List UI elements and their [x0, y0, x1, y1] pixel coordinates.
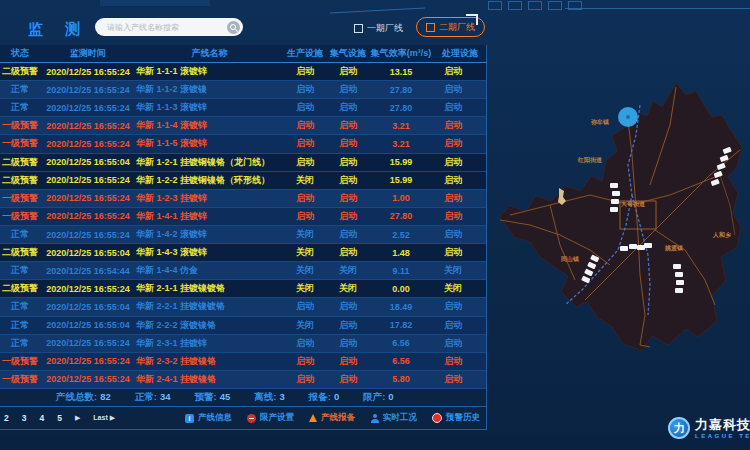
cell-prod: 启动 [283, 210, 327, 223]
cell-name: 华新 1-1-1 滚镀锌 [136, 65, 283, 78]
table-row[interactable]: 正常2020/12/25 16:55:24华新 1-1-3 滚镀锌启动启动27.… [0, 99, 486, 117]
bottom-strip [0, 433, 750, 450]
cell-name: 华新 1-2-1 挂镀铜镍铬（龙门线） [136, 156, 283, 169]
summary-label: 限产: [363, 391, 385, 402]
cell-name: 华新 1-2-2 挂镀铜镍铬（环形线） [136, 174, 283, 187]
cell-gas: 启动 [327, 101, 369, 114]
cell-gas: 启动 [327, 137, 369, 150]
action-label: 实时工况 [383, 412, 417, 424]
table-row[interactable]: 一级预警2020/12/25 16:55:24华新 2-3-2 挂镀镍铬启动启动… [0, 353, 486, 371]
table-row[interactable]: 一级预警2020/12/25 16:55:24华新 1-4-1 挂镀锌启动启动2… [0, 208, 486, 226]
last-page-button[interactable]: Last ▶ [93, 414, 115, 422]
cell-status: 一级预警 [0, 373, 40, 386]
cell-treat: 启动 [433, 210, 487, 223]
summary-label: 报备: [309, 391, 331, 402]
brand-logo: 力 力嘉科技 LEAGUE TE [668, 410, 750, 446]
cell-status: 二级预警 [0, 174, 40, 187]
action-person-button[interactable]: 实时工况 [370, 412, 417, 424]
cell-gas: 启动 [327, 373, 369, 386]
cell-prod: 启动 [283, 355, 327, 368]
search-input[interactable] [105, 22, 227, 33]
cell-treat: 启动 [433, 156, 487, 169]
cell-treat: 启动 [433, 101, 487, 114]
table-row[interactable]: 二级预警2020/12/25 16:55:04华新 1-2-1 挂镀铜镍铬（龙门… [0, 154, 486, 172]
cell-status: 正常 [0, 319, 40, 332]
logo-icon: 力 [668, 417, 690, 439]
page-title: 监 测 [28, 20, 89, 39]
action-triangle-button[interactable]: 产线报备 [309, 412, 355, 424]
table-row[interactable]: 一级预警2020/12/25 16:55:24华新 1-2-3 挂镀锌启动启动1… [0, 190, 486, 208]
page-button[interactable]: 5 [57, 413, 62, 423]
summary-item: 预警:45 [195, 391, 231, 404]
action-label: 限产设置 [260, 412, 294, 424]
cell-prod: 启动 [283, 373, 327, 386]
header: 监 测 一期厂线 二期厂线 [0, 14, 487, 44]
cell-treat: 启动 [433, 137, 487, 150]
action-alert-dot-button[interactable]: 预警历史 [432, 412, 480, 424]
summary-value: 34 [160, 391, 171, 402]
cell-name: 华新 2-2-1 挂镀镍镀铬 [136, 300, 283, 313]
next-page-icon[interactable]: ▶ [75, 414, 80, 422]
table-row[interactable]: 正常2020/12/25 16:55:24华新 2-3-1 挂镀锌启动启动6.5… [0, 335, 486, 353]
table-row[interactable]: 正常2020/12/25 16:55:24华新 1-1-2 滚镀镍启动启动27.… [0, 81, 486, 99]
district-map: 弥牟镇红阳街道大弯街道同山镇姚渡镇人和乡 [490, 55, 750, 445]
phase1-checkbox[interactable]: 一期厂线 [354, 22, 403, 35]
column-header: 产线名称 [136, 47, 283, 60]
table-row[interactable]: 二级预警2020/12/25 16:55:04华新 1-4-3 滚镀锌关闭启动1… [0, 244, 486, 262]
table-row[interactable]: 二级预警2020/12/25 16:55:24华新 1-1-1 滚镀锌启动启动1… [0, 63, 486, 81]
cell-status: 正常 [0, 264, 40, 277]
table-row[interactable]: 正常2020/12/25 16:55:04华新 2-2-2 滚镀镍铬关闭启动17… [0, 317, 486, 335]
table-row[interactable]: 一级预警2020/12/25 16:55:24华新 1-1-5 滚镀锌启动启动3… [0, 135, 486, 153]
map-place-label: 人和乡 [713, 231, 731, 240]
table-row[interactable]: 二级预警2020/12/25 16:55:24华新 2-1-1 挂镀镍镀铬关闭关… [0, 280, 486, 298]
limit-icon [247, 414, 256, 423]
cell-prod: 启动 [283, 156, 327, 169]
action-info-button[interactable]: i产线信息 [185, 412, 232, 424]
cell-status: 正常 [0, 228, 40, 241]
cell-treat: 启动 [433, 119, 487, 132]
cell-time: 2020/12/25 16:55:24 [40, 230, 136, 240]
column-header: 处理设施 [433, 47, 487, 60]
cell-time: 2020/12/25 16:55:24 [40, 374, 136, 384]
cell-gas: 启动 [327, 355, 369, 368]
page-button[interactable]: 3 [22, 413, 27, 423]
table-row[interactable]: 正常2020/12/25 16:55:04华新 2-2-1 挂镀镍镀铬启动启动1… [0, 298, 486, 316]
info-icon: i [185, 414, 194, 423]
search-icon[interactable] [227, 21, 240, 34]
cell-status: 正常 [0, 83, 40, 96]
action-limit-button[interactable]: 限产设置 [247, 412, 294, 424]
table-header-row: 状态监测时间产线名称生产设施集气设施集气效率(m³/s)处理设施 [0, 45, 486, 63]
cell-treat: 启动 [433, 300, 487, 313]
cell-name: 华新 1-1-2 滚镀镍 [136, 83, 283, 96]
table-row[interactable]: 一级预警2020/12/25 16:55:24华新 2-4-1 挂镀镍铬启动启动… [0, 371, 486, 389]
cell-name: 华新 1-4-3 滚镀锌 [136, 246, 283, 259]
cell-name: 华新 2-1-1 挂镀镍镀铬 [136, 282, 283, 295]
cell-time: 2020/12/25 16:55:04 [40, 157, 136, 167]
cell-gas: 启动 [327, 210, 369, 223]
cell-time: 2020/12/25 16:54:44 [40, 266, 136, 276]
cell-treat: 启动 [433, 319, 487, 332]
cell-status: 二级预警 [0, 282, 40, 295]
table-row[interactable]: 二级预警2020/12/25 16:55:24华新 1-2-2 挂镀铜镍铬（环形… [0, 172, 486, 190]
cell-prod: 关闭 [283, 228, 327, 241]
column-header: 集气效率(m³/s) [369, 47, 433, 60]
cell-name: 华新 1-4-1 挂镀锌 [136, 210, 283, 223]
table-row[interactable]: 正常2020/12/25 16:54:44华新 1-4-4 仿金关闭关闭9.11… [0, 262, 486, 280]
cell-name: 华新 1-2-3 挂镀锌 [136, 192, 283, 205]
cell-status: 正常 [0, 337, 40, 350]
cell-time: 2020/12/25 16:55:24 [40, 103, 136, 113]
table-row[interactable]: 正常2020/12/25 16:55:24华新 1-4-2 滚镀锌关闭启动2.5… [0, 226, 486, 244]
cell-gas: 启动 [327, 337, 369, 350]
table-row[interactable]: 一级预警2020/12/25 16:55:24华新 1-1-4 滚镀锌启动启动3… [0, 117, 486, 135]
deco-rect [528, 1, 542, 10]
cell-treat: 启动 [433, 337, 487, 350]
cell-prod: 启动 [283, 300, 327, 313]
cell-gas: 启动 [327, 174, 369, 187]
cell-treat: 启动 [433, 83, 487, 96]
column-header: 生产设施 [283, 47, 327, 60]
cell-rate: 1.48 [369, 248, 433, 258]
page-button[interactable]: 2 [4, 413, 9, 423]
cell-name: 华新 2-3-1 挂镀锌 [136, 337, 283, 350]
map-marker[interactable] [618, 107, 638, 127]
page-button[interactable]: 4 [39, 413, 44, 423]
